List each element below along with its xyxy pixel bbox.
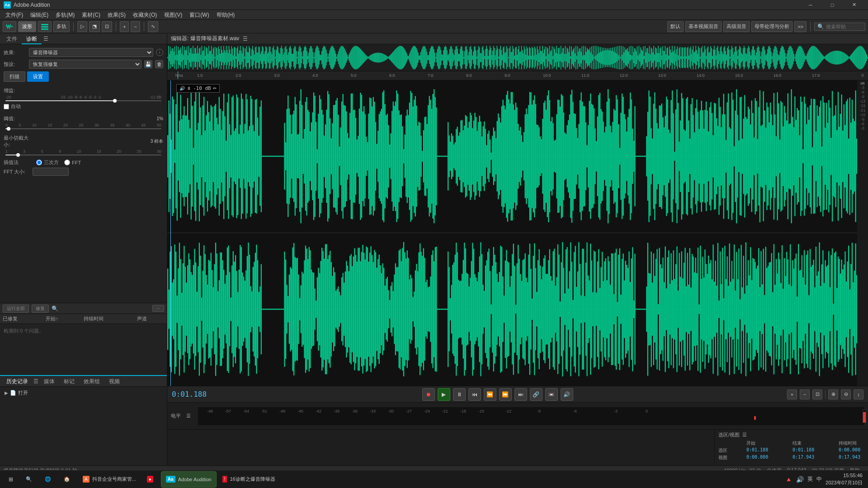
menu-favorites[interactable]: 收藏夹(O)	[129, 10, 160, 20]
taskbar-home-button[interactable]: 🏠	[59, 471, 77, 488]
meter-menu-icon[interactable]: ☰	[186, 413, 191, 419]
expand-workspaces-button[interactable]: >>	[794, 21, 807, 32]
record-button[interactable]: ⏺	[422, 388, 435, 401]
panel-menu-icon[interactable]: ☰	[43, 36, 48, 42]
close-button[interactable]: ✕	[844, 0, 864, 10]
auto-checkbox[interactable]	[4, 104, 9, 109]
svg-rect-1271	[710, 102, 711, 211]
volume-knob-overlay[interactable]: 🔊 ⏸ -10 dB ✏	[176, 84, 220, 93]
advanced-mix-button[interactable]: 高级混音	[723, 21, 750, 32]
zoom-out-amp-button[interactable]: ⊖	[841, 389, 851, 399]
marquee-tool[interactable]: ⊡	[102, 21, 112, 32]
taskbar-clock[interactable]: 15:55:46 2023年07月10日	[826, 472, 863, 486]
fade-tool[interactable]: ∿	[148, 21, 158, 32]
tab-markers[interactable]: 标记	[59, 376, 79, 387]
taskbar-search-button[interactable]: 🔍	[21, 471, 39, 488]
history-menu-icon[interactable]: ☰	[33, 378, 38, 385]
menu-clip[interactable]: 素材(C)	[78, 10, 104, 20]
tab-video[interactable]: 视频	[104, 376, 124, 387]
col-start[interactable]: 开始↑	[43, 314, 81, 324]
to-end-button[interactable]: ⏭	[514, 388, 527, 401]
fast-forward-button[interactable]: ⏩	[499, 388, 512, 401]
min-size-slider[interactable]	[5, 155, 161, 155]
pause-button[interactable]: ⏸	[453, 388, 466, 401]
tab-file[interactable]: 文件	[2, 33, 22, 44]
menu-help[interactable]: 帮助(H)	[213, 10, 239, 20]
col-channel[interactable]: 声道	[134, 314, 167, 324]
taskbar-audition-button[interactable]: Aa Adobe Audition	[161, 471, 217, 488]
zoom-in-amp-button[interactable]: ⊕	[828, 389, 838, 399]
zoom-fit-button[interactable]: ⊡	[812, 389, 822, 399]
info-button[interactable]: i	[156, 49, 163, 56]
region-menu-icon[interactable]: ☰	[742, 432, 747, 438]
menu-edit[interactable]: 编辑(E)	[27, 10, 52, 20]
tray-icon-volume[interactable]: 🔊	[796, 476, 804, 483]
results-options-button[interactable]: ···	[152, 305, 164, 312]
settings-button[interactable]: 设置	[27, 71, 49, 82]
search-input[interactable]	[826, 24, 862, 29]
basic-mix-button[interactable]: 基本视频混音	[685, 21, 722, 32]
fft-input[interactable]	[33, 168, 69, 176]
repair-button[interactable]: 修复	[32, 305, 49, 313]
history-item[interactable]: ▶ 📄 打开	[3, 389, 164, 397]
preset-select[interactable]: 恢复强修复	[29, 60, 142, 69]
wave-mode-button[interactable]: 波形	[18, 21, 36, 32]
default-workspace-button[interactable]: 默认	[667, 21, 684, 32]
zoom-out-tool[interactable]: −	[131, 21, 140, 32]
vol-edit-icon[interactable]: ✏	[213, 86, 217, 91]
to-start-button[interactable]: ⏮	[468, 388, 481, 401]
waveform-channels[interactable]: 🔊 ⏸ -10 dB ✏	[167, 80, 868, 386]
menu-effects[interactable]: 效果(S)	[104, 10, 129, 20]
channel-top[interactable]: 🔊 ⏸ -10 dB ✏	[167, 80, 868, 233]
loop-button[interactable]: 🔗	[530, 388, 542, 401]
menu-file[interactable]: 文件(F)	[2, 10, 27, 20]
tab-effects-group[interactable]: 效果组	[79, 376, 104, 387]
maximize-button[interactable]: □	[822, 0, 843, 10]
play-button[interactable]: ▶	[438, 388, 450, 401]
sync-button[interactable]: 🔊	[561, 388, 573, 401]
ruler-options-button[interactable]: ⚙	[861, 73, 864, 78]
interp-fft-radio[interactable]	[64, 160, 70, 165]
save-preset-button[interactable]: 💾	[144, 60, 152, 68]
taskbar-app1-button[interactable]: A 抖音企业号商家管...	[78, 471, 141, 488]
rewind-button[interactable]: ⏪	[484, 388, 496, 401]
punch-record-button[interactable]: 📼	[545, 388, 558, 401]
tab-diagnostics[interactable]: 诊断	[22, 33, 42, 44]
run-all-button[interactable]: 运行全部	[3, 305, 29, 313]
zoom-in-tool[interactable]: +	[120, 21, 129, 32]
tab-media[interactable]: 媒体	[39, 376, 59, 387]
selection-tool[interactable]: ▷	[77, 21, 87, 32]
effect-select[interactable]: 爆音降噪器	[29, 48, 153, 57]
zoom-fit-amp-button[interactable]: ↕	[854, 389, 863, 399]
waveform-main[interactable]: 🔊 ⏸ -10 dB ✏	[167, 80, 868, 386]
channel-bottom[interactable]	[167, 233, 868, 386]
col-duration[interactable]: 持续时间	[81, 314, 134, 324]
tray-icon-network[interactable]: 🔺	[785, 476, 793, 483]
threshold-slider[interactable]	[5, 128, 161, 129]
menu-window[interactable]: 窗口(W)	[186, 10, 212, 20]
zoom-in-time-button[interactable]: +	[787, 389, 797, 399]
taskbar-browser-button[interactable]: 🌐	[40, 471, 58, 488]
start-button[interactable]: ⊞	[2, 471, 20, 488]
mastering-button[interactable]: 母带处理与分析	[751, 21, 793, 32]
interp-cubic-radio[interactable]	[36, 160, 42, 165]
time-select-tool[interactable]: ⬔	[89, 21, 100, 32]
tray-icon-lang[interactable]: 英	[807, 475, 813, 483]
tray-icon-ime[interactable]: 中	[816, 475, 822, 483]
gain-slider[interactable]	[5, 100, 161, 101]
col-repaired[interactable]: 已修复	[0, 314, 43, 324]
minimize-button[interactable]: ─	[800, 0, 821, 10]
delete-preset-button[interactable]: 🗑	[155, 60, 163, 68]
taskbar-app3-button[interactable]: ! 16诊断之爆音降噪器	[217, 471, 280, 488]
results-search-icon[interactable]: 🔍	[52, 305, 58, 312]
scan-button[interactable]: 扫描	[4, 71, 25, 82]
menu-multitrack[interactable]: 多轨(M)	[52, 10, 78, 20]
waveform-overview[interactable]	[167, 44, 868, 71]
multitrack-mode-button[interactable]: 多轨	[53, 21, 70, 32]
menu-view[interactable]: 视图(V)	[160, 10, 186, 20]
search-box[interactable]: 🔍	[814, 23, 865, 31]
tab-history[interactable]: 历史记录	[2, 376, 33, 387]
editor-menu-icon[interactable]: ☰	[243, 36, 248, 42]
zoom-out-time-button[interactable]: −	[800, 389, 810, 399]
taskbar-app2-button[interactable]: ●	[142, 471, 160, 488]
